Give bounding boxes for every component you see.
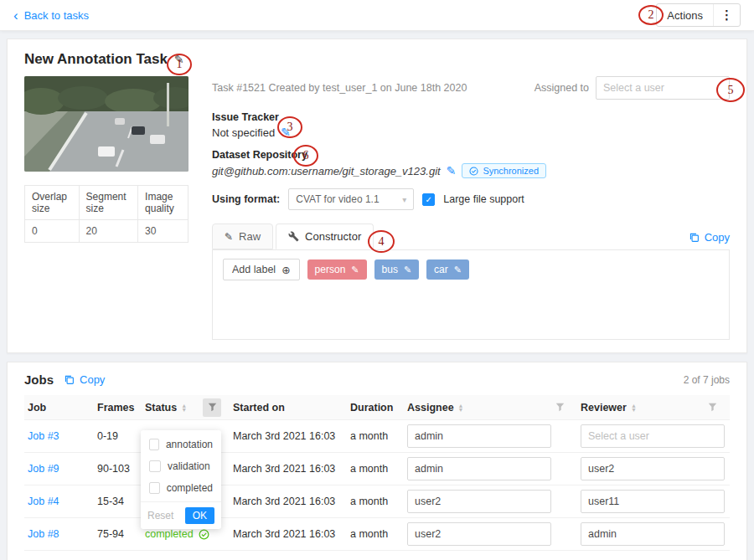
param-header-overlap: Overlap size (25, 186, 80, 220)
more-menu-button[interactable]: ⋮ (713, 4, 740, 26)
filter-option-annotation[interactable]: annotation (141, 434, 221, 455)
job-started: March 3rd 2021 16:03 (230, 463, 347, 475)
sort-reviewer-icon[interactable]: ▲▼ (631, 403, 637, 412)
reviewer-input[interactable] (581, 457, 725, 480)
assignee-input[interactable] (407, 424, 551, 448)
filter-option-validation[interactable]: validation (141, 455, 221, 477)
chevron-left-icon: ‹ (13, 8, 18, 23)
copy-labels-link[interactable]: Copy (689, 231, 730, 249)
actions-button-group: Actions ⋮ (656, 3, 741, 27)
edit-label-icon[interactable]: ✎ (351, 265, 359, 275)
job-frames: 75-94 (94, 528, 142, 540)
jobs-card: Jobs Copy 2 of 7 jobs Job Frames Status … (7, 362, 747, 560)
copy-icon (689, 232, 700, 243)
kebab-menu-icon: ⋮ (720, 8, 733, 23)
add-label-button[interactable]: Add label ⊕ (223, 259, 300, 280)
copy-jobs-link[interactable]: Copy (64, 373, 105, 386)
col-frames: Frames (97, 402, 134, 414)
back-to-tasks-link[interactable]: ‹ Back to tasks (13, 8, 89, 23)
sync-check-icon (469, 167, 478, 176)
filter-option-label: annotation (166, 439, 213, 450)
large-file-support-label: Large file support (443, 193, 524, 205)
filter-assignee-button[interactable] (550, 398, 569, 417)
filter-option-completed[interactable]: completed (141, 477, 221, 499)
dataset-repository-url: git@github.com:username/git_storage_v123… (212, 165, 441, 177)
filter-option-label: validation (168, 460, 210, 472)
funnel-icon (208, 403, 217, 412)
check-circle-icon (199, 529, 209, 540)
actions-button[interactable]: Actions (657, 4, 713, 26)
tab-constructor[interactable]: Constructor (276, 223, 374, 249)
job-row: Job #4 15-34 March 3rd 2021 16:03 a mont… (24, 486, 730, 518)
assignee-input[interactable] (407, 457, 551, 480)
col-reviewer: Reviewer (581, 402, 627, 414)
job-link[interactable]: Job #9 (28, 463, 59, 475)
job-frames: 0-19 (94, 430, 142, 442)
filter-status-button[interactable] (203, 398, 221, 417)
reviewer-input[interactable] (581, 522, 725, 546)
job-link[interactable]: Job #3 (28, 430, 59, 442)
label-chip-car-name: car (434, 264, 448, 275)
copy-label-text: Copy (705, 231, 730, 244)
label-chip-person[interactable]: person ✎ (307, 259, 367, 280)
job-started: March 3rd 2021 16:03 (230, 528, 347, 540)
col-started: Started on (233, 402, 285, 414)
actions-label: Actions (667, 9, 703, 22)
label-editor-tabs: ✎ Raw Constructor (212, 223, 374, 249)
param-value-overlap: 0 (25, 220, 80, 243)
col-assignee: Assignee (407, 402, 454, 414)
job-duration: a month (347, 463, 404, 475)
issue-tracker-label: Issue Tracker (212, 111, 730, 123)
assigned-to-label: Assigned to (535, 82, 589, 94)
using-format-label: Using format: (212, 193, 280, 205)
label-chip-bus[interactable]: bus ✎ (374, 259, 420, 280)
job-row: Job #9 90-103 March 3rd 2021 16:03 a mon… (24, 453, 730, 486)
back-to-tasks-label: Back to tasks (24, 9, 89, 22)
filter-ok-button[interactable]: OK (185, 507, 214, 524)
format-select[interactable]: CVAT for video 1.1 ▾ (288, 188, 414, 210)
job-duration: a month (347, 496, 404, 507)
param-header-segment: Segment size (79, 186, 138, 220)
reviewer-input[interactable] (581, 490, 725, 513)
job-row: Job #8 75-94 completed March 3rd 2021 16… (24, 518, 730, 551)
pencil-icon: ✎ (225, 231, 233, 243)
assignee-input[interactable] (407, 490, 551, 513)
job-frames: 15-34 (94, 496, 142, 507)
wrench-icon (288, 231, 299, 242)
copy-icon (64, 374, 75, 385)
filter-reset-button[interactable]: Reset (147, 510, 173, 521)
funnel-icon (555, 403, 565, 412)
edit-repository-icon[interactable]: ✎ (447, 164, 457, 177)
top-bar: ‹ Back to tasks Actions ⋮ (0, 0, 754, 31)
tab-raw-label: Raw (239, 230, 261, 243)
funnel-icon (708, 403, 717, 412)
checkbox-annotation[interactable] (149, 439, 159, 450)
checkbox-validation[interactable] (149, 460, 161, 472)
reviewer-input[interactable] (581, 424, 725, 448)
job-link[interactable]: Job #8 (28, 528, 59, 540)
checkbox-completed[interactable] (149, 482, 160, 494)
param-value-segment: 20 (79, 220, 138, 243)
edit-issue-tracker-icon[interactable]: ✎ (281, 126, 291, 139)
edit-title-icon[interactable]: ✎ (174, 53, 184, 66)
label-constructor-panel: Add label ⊕ person ✎ bus ✎ car ✎ (212, 249, 730, 340)
param-value-quality: 30 (138, 220, 188, 243)
task-parameters-table: Overlap size Segment size Image quality … (24, 185, 188, 243)
sort-status-icon[interactable]: ▲▼ (181, 403, 187, 412)
tab-raw[interactable]: ✎ Raw (212, 223, 273, 249)
sort-assignee-icon[interactable]: ▲▼ (458, 403, 464, 412)
param-header-quality: Image quality (138, 186, 188, 220)
edit-label-icon[interactable]: ✎ (454, 265, 462, 275)
job-link[interactable]: Job #4 (28, 496, 59, 507)
filter-reviewer-button[interactable] (703, 398, 721, 417)
large-file-support-checkbox[interactable]: ✓ (422, 193, 435, 206)
copy-jobs-text: Copy (80, 373, 105, 386)
sync-badge-label: Synchronized (483, 166, 539, 176)
job-status-completed: completed (145, 528, 209, 540)
assigned-to-input[interactable] (596, 76, 730, 100)
col-job: Job (28, 402, 46, 414)
label-chip-car[interactable]: car ✎ (426, 259, 469, 280)
edit-label-icon[interactable]: ✎ (404, 265, 411, 275)
job-frames: 90-103 (94, 463, 142, 475)
assignee-input[interactable] (407, 522, 551, 546)
